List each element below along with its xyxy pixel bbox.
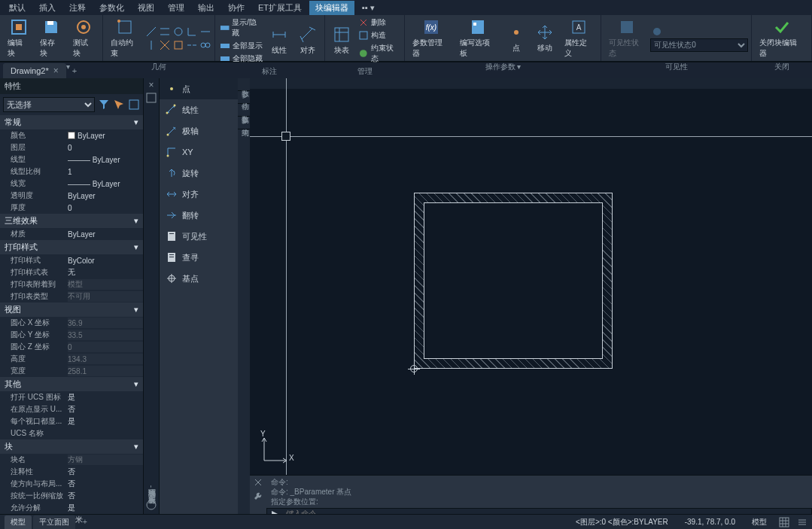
property-row[interactable]: 每个视口都显...是 (0, 415, 143, 427)
palette-item[interactable]: 线性 (160, 99, 238, 120)
show-all-button[interactable]: 全部显示 (218, 40, 265, 52)
close-icon[interactable]: × (148, 80, 154, 90)
property-value[interactable]: 33.5 (68, 330, 143, 340)
property-value[interactable]: 否 (68, 404, 143, 415)
visibility-state-select[interactable]: 可见性状态0 (650, 38, 748, 52)
property-value[interactable]: 0 (68, 342, 143, 352)
property-row[interactable]: 线型比例1 (0, 166, 143, 178)
property-row[interactable]: 使方向与布局...否 (0, 478, 143, 490)
constraint-icon[interactable] (186, 26, 198, 38)
property-value[interactable]: ByLayer (68, 130, 143, 141)
constraint-icon[interactable] (145, 39, 157, 51)
property-value[interactable]: 方钢 (68, 455, 143, 465)
construct-button[interactable]: 构造 (357, 29, 401, 41)
property-value[interactable]: 是 (68, 503, 143, 513)
menu-item[interactable]: 插入 (33, 1, 62, 15)
property-value[interactable]: ——— ByLayer (68, 154, 143, 165)
property-value[interactable]: 是 (68, 392, 143, 403)
param-manager-button[interactable]: f(x)参数管理器 (408, 17, 454, 60)
auto-constrain-button[interactable]: 自动约束 (106, 17, 144, 60)
pick-icon[interactable] (113, 99, 125, 111)
property-value[interactable]: 0 (68, 142, 143, 153)
property-value[interactable] (68, 428, 143, 439)
property-row[interactable]: 圆心 X 坐标36.9 (0, 317, 143, 329)
menu-item[interactable]: 默认 (3, 1, 32, 15)
grid-icon[interactable] (779, 517, 789, 527)
close-editor-button[interactable]: 关闭块编辑器 (755, 17, 808, 60)
property-row[interactable]: 宽度258.1 (0, 365, 143, 377)
property-row[interactable]: 线宽——— ByLayer (0, 178, 143, 190)
delete-button[interactable]: 删除 (357, 17, 401, 29)
palette-vtab[interactable]: 动作 (238, 91, 250, 104)
point-button[interactable]: 点 (503, 22, 530, 55)
space-mode[interactable]: 模型 (747, 515, 771, 529)
property-value[interactable]: 否 (68, 479, 143, 489)
palette-vtab[interactable]: 约束 (238, 117, 250, 129)
constraint-icon[interactable] (199, 26, 211, 38)
menu-item[interactable]: 参数化 (93, 1, 130, 15)
show-hide-button[interactable]: 显示/隐藏 (218, 17, 265, 39)
constraint-icon[interactable] (199, 39, 211, 51)
menu-item[interactable]: 输出 (192, 1, 220, 15)
property-value[interactable]: 134.3 (68, 354, 143, 364)
constraint-icon[interactable] (159, 39, 171, 51)
constraint-status-button[interactable]: 约束状态 (357, 42, 401, 65)
property-row[interactable]: 打印表类型不可用 (0, 290, 143, 303)
property-row[interactable]: 打印表附着到模型 (0, 278, 143, 290)
layout-tab[interactable]: 平立面图 (33, 515, 75, 529)
property-row[interactable]: 打开 UCS 图标是 (0, 391, 143, 403)
palette-item[interactable]: 对齐 (160, 184, 238, 205)
constraint-icon[interactable] (159, 26, 171, 38)
menu-item[interactable]: 视图 (132, 1, 160, 15)
property-value[interactable]: 1 (68, 166, 143, 177)
property-row[interactable]: 在原点显示 U...否 (0, 403, 143, 415)
property-row[interactable]: 打印样式表无 (0, 266, 143, 278)
palette-vtab[interactable]: 参数集 (238, 104, 250, 117)
align-dim-button[interactable]: 对齐 (294, 24, 321, 57)
property-value[interactable]: 否 (68, 491, 143, 501)
save-block-button[interactable]: 保存块 (35, 17, 66, 60)
property-row[interactable]: 块名方钢 (0, 454, 143, 466)
section-header[interactable]: 打印样式▾ (0, 240, 143, 254)
property-value[interactable]: 无 (68, 267, 143, 278)
drawing-canvas[interactable]: Y X 命令: 命令: _BParameter 基点 指定参数位置: ▶_ (250, 78, 812, 514)
property-row[interactable]: 圆心 Z 坐标0 (0, 341, 143, 353)
options-icon[interactable] (145, 499, 157, 511)
palette-item[interactable]: 点 (160, 78, 238, 99)
constraint-icon[interactable] (145, 26, 157, 38)
add-tab-button[interactable]: + (66, 66, 83, 75)
command-input[interactable] (285, 509, 807, 514)
dock-icon[interactable] (145, 92, 157, 104)
property-row[interactable]: 注释性否 (0, 466, 143, 478)
add-layout-button[interactable]: + (77, 518, 93, 526)
property-row[interactable]: 按统一比例缩放否 (0, 490, 143, 502)
property-value[interactable]: 是 (68, 416, 143, 427)
author-palette-button[interactable]: 编写选项板 (455, 17, 501, 60)
property-value[interactable]: ByColor (68, 255, 143, 266)
palette-vtab[interactable]: 参数 (238, 78, 250, 91)
property-row[interactable]: 材质ByLayer (0, 228, 143, 240)
test-block-button[interactable]: 测试块 (68, 17, 99, 60)
property-value[interactable]: 模型 (68, 279, 143, 290)
menu-item[interactable]: 注释 (63, 1, 92, 15)
block-table-button[interactable]: 块表 (328, 24, 355, 57)
quick-icon[interactable] (128, 99, 140, 111)
menu-item[interactable]: ET扩展工具 (252, 1, 308, 15)
property-value[interactable]: 36.9 (68, 318, 143, 328)
selection-select[interactable]: 无选择 (3, 97, 95, 112)
section-header[interactable]: 三维效果▾ (0, 214, 143, 228)
edit-block-button[interactable]: 编辑块 (3, 17, 34, 60)
palette-item[interactable]: 基点 (160, 268, 238, 289)
filter-icon[interactable] (98, 99, 110, 111)
menu-icon[interactable] (797, 517, 807, 527)
property-value[interactable]: 不可用 (68, 291, 143, 302)
section-header[interactable]: 视图▾ (0, 303, 143, 317)
property-row[interactable]: 厚度0 (0, 202, 143, 214)
property-value[interactable]: 258.1 (68, 366, 143, 376)
cmd-close-icon[interactable] (253, 477, 263, 488)
constraint-icon[interactable] (172, 26, 184, 38)
property-row[interactable]: 颜色ByLayer (0, 129, 143, 141)
property-value[interactable]: 否 (68, 467, 143, 477)
linear-dim-button[interactable]: 线性 (266, 24, 293, 57)
menu-item[interactable]: 管理 (162, 1, 190, 15)
